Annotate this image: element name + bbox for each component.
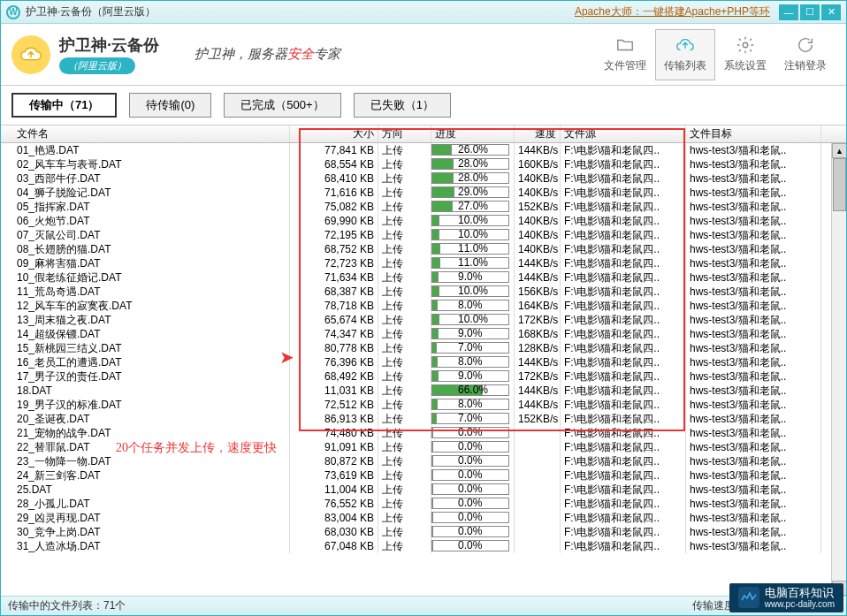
table-row[interactable]: 12_风车车的寂寞夜.DAT78,718 KB上传8.0%164KB/sF:\电… [1,299,846,313]
scroll-up-button[interactable]: ▲ [832,143,846,158]
nav-transfer-list[interactable]: 传输列表 [655,29,715,80]
nav-settings[interactable]: 系统设置 [715,29,775,80]
tab-completed[interactable]: 已完成（500+） [224,93,340,118]
cell-source: F:\电影\猫和老鼠四.. [561,355,686,369]
table-row[interactable]: 11_荒岛奇遇.DAT68,387 KB上传10.0%156KB/sF:\电影\… [1,285,846,299]
minimize-button[interactable]: — [779,4,798,20]
tab-pending[interactable]: 待传输(0) [129,93,211,118]
cell-speed: 172KB/s [515,369,561,384]
cell-target: hws-test3/猫和老鼠.. [686,369,821,384]
col-header-progress[interactable]: 进度 [431,125,515,142]
table-row[interactable]: 15_新桃园三结义.DAT80,778 KB上传7.0%128KB/sF:\电影… [1,341,846,355]
logo: 护卫神·云备份 （阿里云版） [11,34,159,74]
table-row[interactable]: 14_超级保镖.DAT74,347 KB上传9.0%168KB/sF:\电影\猫… [1,327,846,341]
tab-transferring[interactable]: 传输中（71） [11,93,117,118]
table-row[interactable]: 10_假老练征婚记.DAT71,634 KB上传9.0%144KB/sF:\电影… [1,270,846,285]
table-row[interactable]: 08_长翅膀的猫.DAT68,752 KB上传11.0%140KB/sF:\电影… [1,242,846,256]
cell-direction: 上传 [378,355,431,369]
slogan: 护卫神，服务器安全专家 [195,46,340,63]
table-row[interactable]: 09_麻将害猫.DAT72,723 KB上传11.0%144KB/sF:\电影\… [1,256,846,270]
cell-filename: 09_麻将害猫.DAT [1,256,290,270]
table-row[interactable]: 03_西部牛仔.DAT68,410 KB上传28.0%140KB/sF:\电影\… [1,171,846,186]
cell-speed [515,483,561,497]
table-row[interactable]: 28_小孤儿.DAT76,552 KB上传0.0%F:\电影\猫和老鼠四..hw… [1,497,846,511]
table-body[interactable]: 01_艳遇.DAT77,841 KB上传26.0%144KB/sF:\电影\猫和… [1,143,846,596]
cell-target: hws-test3/猫和老鼠.. [686,157,821,171]
cell-filename: 16_老员工的遭遇.DAT [1,355,290,369]
cell-speed: 144KB/s [515,270,561,285]
table-row[interactable]: 31_人造冰场.DAT67,048 KB上传0.0%F:\电影\猫和老鼠四..h… [1,539,846,553]
cell-size: 75,082 KB [290,200,378,214]
table-row[interactable]: 29_凶灵再现.DAT83,004 KB上传0.0%F:\电影\猫和老鼠四..h… [1,511,846,525]
table-row[interactable]: 25.DAT11,004 KB上传0.0%F:\电影\猫和老鼠四..hws-te… [1,483,846,497]
cell-direction: 上传 [378,270,431,285]
col-header-direction[interactable]: 方向 [378,125,431,142]
cell-target: hws-test3/猫和老鼠.. [686,468,821,483]
cell-source: F:\电影\猫和老鼠四.. [561,299,686,313]
vertical-scrollbar[interactable]: ▲ ▼ [831,143,846,596]
table-row[interactable]: 23_一物降一物.DAT80,872 KB上传0.0%F:\电影\猫和老鼠四..… [1,454,846,468]
table-row[interactable]: 04_狮子脱险记.DAT71,616 KB上传29.0%140KB/sF:\电影… [1,186,846,200]
cell-target: hws-test3/猫和老鼠.. [686,384,821,398]
table-row[interactable]: 13_周末猫之夜.DAT65,674 KB上传10.0%172KB/sF:\电影… [1,313,846,327]
col-header-target[interactable]: 文件目标 [686,125,821,142]
cell-target: hws-test3/猫和老鼠.. [686,483,821,497]
table-row[interactable]: 18.DAT11,031 KB上传66.0%144KB/sF:\电影\猫和老鼠四… [1,384,846,398]
table-row[interactable]: 05_指挥家.DAT75,082 KB上传27.0%152KB/sF:\电影\猫… [1,200,846,214]
cell-direction: 上传 [378,426,431,440]
cell-target: hws-test3/猫和老鼠.. [686,454,821,468]
col-header-size[interactable]: 大小 [290,125,378,142]
cell-filename: 01_艳遇.DAT [1,143,290,157]
cell-progress: 66.0% [431,384,515,398]
table-row[interactable]: 01_艳遇.DAT77,841 KB上传26.0%144KB/sF:\电影\猫和… [1,143,846,157]
table-row[interactable]: 24_新三剑客.DAT73,619 KB上传0.0%F:\电影\猫和老鼠四..h… [1,468,846,483]
table-row[interactable]: 17_男子汉的责任.DAT68,492 KB上传9.0%172KB/sF:\电影… [1,369,846,384]
cell-size: 72,512 KB [290,398,378,412]
cell-progress: 0.0% [431,454,515,468]
cell-source: F:\电影\猫和老鼠四.. [561,186,686,200]
status-left: 传输中的文件列表：71个 [8,598,126,613]
col-header-source[interactable]: 文件源 [561,125,686,142]
cell-direction: 上传 [378,468,431,483]
cell-source: F:\电影\猫和老鼠四.. [561,511,686,525]
cell-target: hws-test3/猫和老鼠.. [686,440,821,454]
table-row[interactable]: 19_男子汉的标准.DAT72,512 KB上传8.0%144KB/sF:\电影… [1,398,846,412]
cell-filename: 20_圣诞夜.DAT [1,412,290,426]
cell-direction: 上传 [378,171,431,186]
table-row[interactable]: 06_火炮节.DAT69,990 KB上传10.0%140KB/sF:\电影\猫… [1,214,846,228]
table-row[interactable]: 21_宠物的战争.DAT74,480 KB上传0.0%F:\电影\猫和老鼠四..… [1,426,846,440]
cell-progress: 9.0% [431,369,515,384]
close-button[interactable]: ✕ [821,4,841,20]
scroll-thumb[interactable] [833,158,846,211]
cell-filename: 19_男子汉的标准.DAT [1,398,290,412]
cell-filename: 23_一物降一物.DAT [1,454,290,468]
nav-logout[interactable]: 注销登录 [775,29,836,80]
cell-source: F:\电影\猫和老鼠四.. [561,525,686,539]
cell-size: 68,752 KB [290,242,378,256]
col-header-speed[interactable]: 速度 [515,125,561,142]
table-row[interactable]: 07_灭鼠公司.DAT72,195 KB上传10.0%140KB/sF:\电影\… [1,228,846,242]
table-row[interactable]: 22_替罪鼠.DAT91,091 KB上传0.0%F:\电影\猫和老鼠四..hw… [1,440,846,454]
cell-target: hws-test3/猫和老鼠.. [686,355,821,369]
cell-size: 71,634 KB [290,270,378,285]
cell-source: F:\电影\猫和老鼠四.. [561,242,686,256]
cell-speed: 144KB/s [515,398,561,412]
table-row[interactable]: 20_圣诞夜.DAT86,913 KB上传7.0%152KB/sF:\电影\猫和… [1,412,846,426]
table-row[interactable]: 02_风车车与表哥.DAT68,554 KB上传28.0%160KB/sF:\电… [1,157,846,171]
promo-link[interactable]: Apache大师：一键搭建Apache+PHP等环 [575,4,770,19]
window-title: 护卫神·云备份（阿里云版） [26,4,156,19]
table-row[interactable]: 16_老员工的遭遇.DAT76,396 KB上传8.0%144KB/sF:\电影… [1,355,846,369]
table-row[interactable]: 30_竞争上岗.DAT68,030 KB上传0.0%F:\电影\猫和老鼠四..h… [1,525,846,539]
nav-file-management[interactable]: 文件管理 [595,29,655,80]
cell-filename: 31_人造冰场.DAT [1,539,290,553]
cell-source: F:\电影\猫和老鼠四.. [561,228,686,242]
cell-progress: 10.0% [431,228,515,242]
cell-target: hws-test3/猫和老鼠.. [686,313,821,327]
col-header-name[interactable]: 文件名 [1,125,290,142]
cell-speed: 140KB/s [515,171,561,186]
tab-failed[interactable]: 已失败（1） [354,93,451,118]
cell-size: 91,091 KB [290,440,378,454]
transfer-table: 文件名 大小 方向 进度 速度 文件源 文件目标 01_艳遇.DAT77,841… [1,125,846,596]
cell-target: hws-test3/猫和老鼠.. [686,327,821,341]
maximize-button[interactable]: ☐ [800,4,820,20]
